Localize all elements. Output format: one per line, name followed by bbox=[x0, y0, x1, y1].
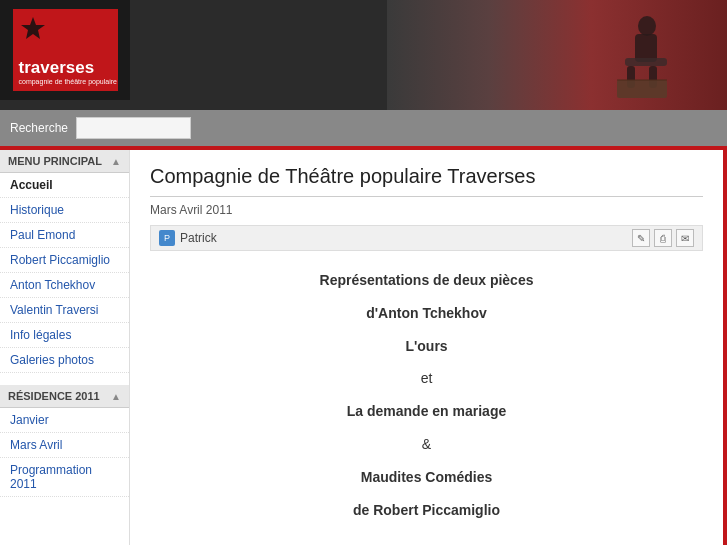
sidebar-item-janvier[interactable]: Janvier bbox=[0, 408, 129, 433]
main-layout: MENU PRINCIPAL ▲ Accueil Historique Paul… bbox=[0, 150, 727, 545]
article-line-4: et bbox=[170, 363, 683, 394]
sidebar-item-mars-avril[interactable]: Mars Avril bbox=[0, 433, 129, 458]
logo-subtext: compagnie de théâtre populaire bbox=[19, 78, 117, 86]
right-accent-bar bbox=[723, 150, 727, 545]
edit-icon[interactable]: ✎ bbox=[632, 229, 650, 247]
article-line-6: & bbox=[170, 429, 683, 460]
svg-rect-3 bbox=[625, 58, 667, 66]
sidebar-item-galeries-photos[interactable]: Galeries photos bbox=[0, 348, 129, 373]
sidebar-item-paul-emond[interactable]: Paul Emond bbox=[0, 223, 129, 248]
search-label: Recherche bbox=[10, 121, 68, 135]
residence-toggle-icon[interactable]: ▲ bbox=[111, 391, 121, 402]
sidebar-item-robert-piccamiglio[interactable]: Robert Piccamiglio bbox=[0, 248, 129, 273]
residence-label: RÉSIDENCE 2011 bbox=[8, 390, 100, 402]
logo-text: traverses bbox=[19, 59, 95, 78]
residence-header: RÉSIDENCE 2011 ▲ bbox=[0, 385, 129, 408]
sidebar-item-anton-tchekhov[interactable]: Anton Tchekhov bbox=[0, 273, 129, 298]
sidebar-item-programmation-2011[interactable]: Programmation 2011 bbox=[0, 458, 129, 497]
sidebar: MENU PRINCIPAL ▲ Accueil Historique Paul… bbox=[0, 150, 130, 545]
menu-principal-nav: Accueil Historique Paul Emond Robert Pic… bbox=[0, 173, 129, 373]
author-name: Patrick bbox=[180, 231, 217, 245]
sidebar-item-accueil[interactable]: Accueil bbox=[0, 173, 129, 198]
page-title: Compagnie de Théâtre populaire Traverses bbox=[150, 165, 703, 197]
svg-point-1 bbox=[638, 16, 656, 36]
article-line-7: Maudites Comédies bbox=[170, 462, 683, 493]
article-line-8: de Robert Piccamiglio bbox=[170, 495, 683, 526]
person-silhouette bbox=[587, 8, 687, 108]
article-line-1: Représentations de deux pièces bbox=[170, 265, 683, 296]
print-icon[interactable]: ⎙ bbox=[654, 229, 672, 247]
searchbar: Recherche bbox=[0, 110, 727, 146]
sidebar-item-historique[interactable]: Historique bbox=[0, 198, 129, 223]
star-icon bbox=[19, 15, 47, 43]
header: traverses compagnie de théâtre populaire bbox=[0, 0, 727, 110]
author-actions: ✎ ⎙ ✉ bbox=[632, 229, 694, 247]
sidebar-item-valentin-traversi[interactable]: Valentin Traversi bbox=[0, 298, 129, 323]
article-line-5: La demande en mariage bbox=[170, 396, 683, 427]
search-input[interactable] bbox=[76, 117, 191, 139]
svg-rect-2 bbox=[635, 34, 657, 62]
avatar: P bbox=[159, 230, 175, 246]
content-area: Compagnie de Théâtre populaire Traverses… bbox=[130, 150, 723, 545]
content-date: Mars Avril 2011 bbox=[150, 203, 703, 217]
article-line-2: d'Anton Tchekhov bbox=[170, 298, 683, 329]
logo-box: traverses compagnie de théâtre populaire bbox=[13, 9, 118, 91]
menu-toggle-icon[interactable]: ▲ bbox=[111, 156, 121, 167]
logo-area: traverses compagnie de théâtre populaire bbox=[0, 0, 130, 100]
svg-rect-6 bbox=[617, 80, 667, 98]
sidebar-item-info-legales[interactable]: Info légales bbox=[0, 323, 129, 348]
article-body: Représentations de deux pièces d'Anton T… bbox=[150, 265, 703, 525]
article-line-3: L'ours bbox=[170, 331, 683, 362]
author-info: P Patrick bbox=[159, 230, 217, 246]
svg-marker-0 bbox=[21, 17, 45, 39]
menu-principal-label: MENU PRINCIPAL bbox=[8, 155, 102, 167]
header-photo bbox=[130, 0, 727, 110]
author-bar: P Patrick ✎ ⎙ ✉ bbox=[150, 225, 703, 251]
menu-principal-header: MENU PRINCIPAL ▲ bbox=[0, 150, 129, 173]
email-icon[interactable]: ✉ bbox=[676, 229, 694, 247]
residence-nav: Janvier Mars Avril Programmation 2011 bbox=[0, 408, 129, 497]
